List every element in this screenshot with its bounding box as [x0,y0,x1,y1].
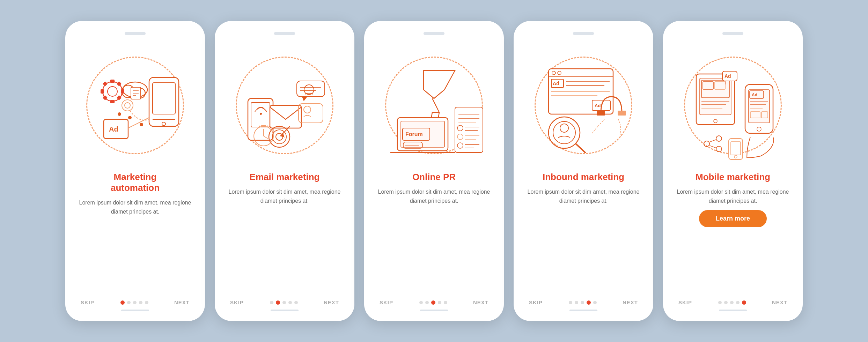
svg-rect-13 [110,80,115,83]
email-illustration [229,50,340,161]
dot-1-3 [133,301,137,304]
card-description-4: Lorem ipsum dolor sit dim amet, mea regi… [527,187,640,205]
svg-rect-16 [121,89,124,94]
bottom-nav-4: SKIP NEXT [523,295,643,307]
skip-button-5[interactable]: SKIP [678,299,692,305]
dot-5-1 [718,301,722,304]
dot-5-5 [742,300,746,305]
svg-text:Forum: Forum [405,131,423,137]
phone-speaker [125,32,146,35]
bottom-nav-5: SKIP NEXT [673,295,793,307]
phone-top-4 [523,32,643,35]
next-button-4[interactable]: NEXT [623,299,638,305]
phone-top-3 [374,32,494,35]
dot-5-3 [730,301,734,304]
dot-1-4 [139,301,142,304]
svg-rect-17 [103,81,108,86]
dot-2-2 [276,300,280,305]
dot-4-5 [593,301,597,304]
dot-2-3 [282,301,286,304]
svg-rect-46 [261,125,266,127]
skip-button-2[interactable]: SKIP [230,299,244,305]
phone-speaker-5 [722,32,743,35]
phone-top-1 [75,32,195,35]
svg-text:Ad: Ad [553,81,559,86]
phone-card-5: Ad Ad [663,21,803,321]
svg-point-37 [304,106,311,113]
svg-rect-15 [101,89,104,94]
dot-3-1 [419,301,423,304]
illustration-1: Ad [75,39,195,172]
svg-rect-92 [700,78,731,115]
dots-2 [270,300,298,305]
dot-1-5 [145,301,148,304]
next-button-5[interactable]: NEXT [772,299,787,305]
skip-button-3[interactable]: SKIP [380,299,393,305]
skip-button-4[interactable]: SKIP [529,299,543,305]
svg-point-113 [704,141,709,147]
svg-line-87 [576,144,585,153]
illustration-5: Ad Ad [673,39,793,172]
svg-point-21 [122,100,133,111]
bottom-bar-2 [271,310,299,311]
svg-point-25 [118,112,121,116]
bottom-nav-1: SKIP NEXT [75,295,195,307]
bottom-nav-2: SKIP NEXT [225,295,345,307]
phone-speaker-3 [424,32,444,35]
phone-speaker-2 [274,32,295,35]
mobile-illustration: Ad Ad [677,50,789,161]
illustration-2 [225,39,345,172]
phone-card-2: Email marketing Lorem ipsum dolor sit di… [215,21,354,321]
bottom-bar-5 [719,310,747,311]
svg-text:Ad: Ad [595,103,601,108]
svg-marker-50 [424,70,455,98]
dot-3-4 [438,301,441,304]
svg-rect-36 [299,104,323,123]
dots-4 [569,300,597,305]
svg-point-22 [125,103,130,108]
dot-4-4 [587,300,591,305]
phone-top-5 [673,32,793,35]
dot-4-1 [569,301,572,304]
dot-3-5 [444,301,447,304]
card-title-3: Online PR [412,172,456,183]
inbound-illustration: Ad Ad [528,50,639,161]
card-title-5: Mobile marketing [696,172,770,183]
next-button-3[interactable]: NEXT [473,299,488,305]
illustration-3: Forum [374,39,494,172]
phone-card-1: Ad Marketing automation Lorem ipsum dolo… [65,21,205,321]
dot-3-3 [431,300,435,305]
svg-text:Ad: Ad [752,92,757,97]
next-button-1[interactable]: NEXT [174,299,190,305]
dot-1-1 [120,300,125,305]
svg-point-30 [260,113,262,115]
svg-point-115 [716,146,722,152]
svg-text:Ad: Ad [724,73,731,79]
dot-3-2 [425,301,429,304]
svg-rect-31 [270,105,301,128]
svg-rect-90 [618,111,626,116]
onlinepr-illustration: Forum [378,50,490,161]
next-button-2[interactable]: NEXT [324,299,339,305]
learn-more-button[interactable]: Learn more [699,210,767,227]
text-area-4: Inbound marketing Lorem ipsum dolor sit … [523,172,643,295]
dot-4-3 [581,301,584,304]
card-title-4: Inbound marketing [543,172,624,183]
svg-line-116 [709,140,716,142]
automation-illustration: Ad [79,50,191,161]
phone-card-4: Ad Ad [514,21,653,321]
phones-container: Ad Marketing automation Lorem ipsum dolo… [51,7,817,335]
card-title-1: Marketing automation [111,172,160,193]
card-title-2: Email marketing [250,172,320,183]
card-description-5: Lorem ipsum dolor sit dim amet, mea regi… [676,187,789,205]
skip-button-1[interactable]: SKIP [81,299,94,305]
dot-5-2 [724,301,728,304]
svg-marker-33 [302,97,307,101]
dot-2-4 [288,301,292,304]
svg-point-26 [128,116,132,119]
svg-text:Ad: Ad [109,125,118,133]
bottom-bar-3 [420,310,448,311]
card-description-3: Lorem ipsum dolor sit dim amet, mea regi… [377,187,491,205]
svg-rect-18 [117,81,122,86]
card-description-1: Lorem ipsum dolor sit dim amet, mea regi… [79,198,192,216]
